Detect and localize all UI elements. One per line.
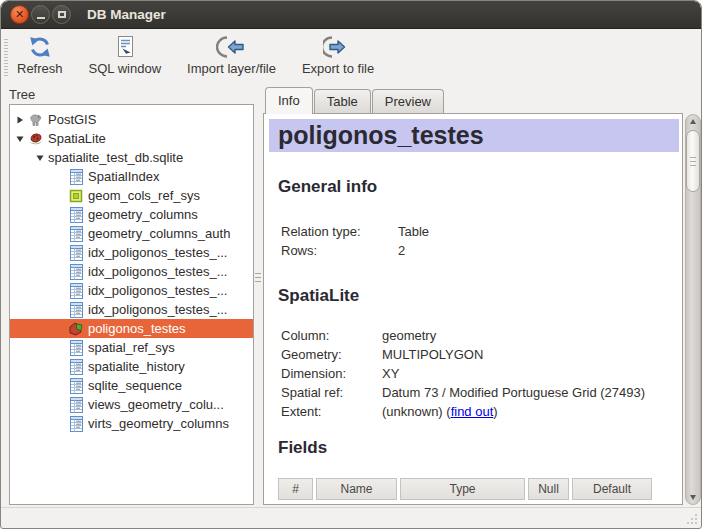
- tree-item-views-geometry-colu[interactable]: views_geometry_colu...: [10, 395, 253, 414]
- caret-right-icon[interactable]: [12, 116, 28, 124]
- info-row-label: Dimension:: [281, 364, 382, 383]
- info-row-label: Spatial ref:: [281, 383, 382, 402]
- sql-window-icon: [113, 34, 137, 60]
- tree-item-virts-geometry-columns[interactable]: virts_geometry_columns: [10, 414, 253, 433]
- fields-column-header: Default: [572, 478, 652, 500]
- info-row-value: 2: [398, 241, 405, 260]
- status-bar: [1, 507, 701, 528]
- info-row-label: Relation type:: [281, 222, 398, 241]
- fields-column-header: Null: [528, 478, 569, 500]
- caret-down-icon[interactable]: [32, 154, 48, 162]
- fields-table-header: #NameTypeNullDefault: [278, 478, 682, 500]
- resize-grip[interactable]: [685, 512, 698, 525]
- tree-item-spatialite-history[interactable]: spatialite_history: [10, 357, 253, 376]
- toolbar-drag-handle[interactable]: [4, 39, 8, 77]
- object-title: poligonos_testes: [269, 119, 679, 152]
- info-row-label: Extent:: [281, 402, 382, 421]
- info-row: Spatial ref:Datum 73 / Modified Portugue…: [281, 383, 682, 402]
- fields-column-header: #: [278, 478, 313, 500]
- info-row: Dimension:XY: [281, 364, 682, 383]
- tree-item-label: idx_poligonos_testes_...: [88, 283, 227, 298]
- table-icon: [68, 302, 84, 318]
- table-icon: [68, 416, 84, 432]
- window-title: DB Manager: [87, 7, 166, 22]
- find-out-link[interactable]: find out: [451, 404, 494, 419]
- info-row-value: MULTIPOLYGON: [382, 345, 483, 364]
- info-row: Geometry:MULTIPOLYGON: [281, 345, 682, 364]
- info-panel: Info Table Preview poligonos_testes Gene…: [263, 83, 701, 507]
- table-icon: [68, 378, 84, 394]
- info-frame: poligonos_testes General info Relation t…: [263, 113, 683, 505]
- info-row: Relation type:Table: [281, 222, 682, 241]
- tree-item-label: spatial_ref_sys: [88, 340, 175, 355]
- tab-info[interactable]: Info: [265, 87, 313, 114]
- tree-item-label: sqlite_sequence: [88, 378, 182, 393]
- tree-item-label: geometry_columns: [88, 207, 198, 222]
- tree-item-spatial-ref-sys[interactable]: spatial_ref_sys: [10, 338, 253, 357]
- postgis-icon: [28, 112, 44, 128]
- tree-item-idx-poligonos-testes[interactable]: idx_poligonos_testes_...: [10, 281, 253, 300]
- tree-item-poligonos-testes[interactable]: poligonos_testes: [10, 319, 253, 338]
- general-info-rows: Relation type:TableRows:2: [281, 222, 682, 260]
- minimize-button[interactable]: [31, 5, 50, 24]
- tab-bar: Info Table Preview: [265, 87, 701, 114]
- caret-down-icon[interactable]: [12, 135, 28, 143]
- polygon-icon: [68, 321, 84, 337]
- geometry-icon: [68, 188, 84, 204]
- refresh-label: Refresh: [17, 61, 63, 76]
- tab-preview[interactable]: Preview: [372, 89, 444, 114]
- maximize-button[interactable]: [52, 5, 71, 24]
- table-icon: [68, 169, 84, 185]
- info-row-label: Column:: [281, 326, 382, 345]
- general-info-heading: General info: [278, 178, 682, 196]
- tree-item-label: idx_poligonos_testes_...: [88, 245, 227, 260]
- fields-column-header: Type: [400, 478, 525, 500]
- tree-view[interactable]: PostGISSpatiaLitespatialite_test_db.sqli…: [9, 104, 254, 505]
- tree-item-idx-poligonos-testes[interactable]: idx_poligonos_testes_...: [10, 243, 253, 262]
- tree-dock: Tree PostGISSpatiaLitespatialite_test_db…: [9, 83, 254, 507]
- titlebar[interactable]: ✕ DB Manager: [1, 1, 701, 29]
- sql-window-button[interactable]: SQL window: [89, 34, 162, 76]
- import-layer-button[interactable]: Import layer/file: [187, 34, 276, 76]
- tree-item-spatialindex[interactable]: SpatialIndex: [10, 167, 253, 186]
- scroll-down-button[interactable]: [686, 491, 700, 504]
- tree-dock-title: Tree: [9, 87, 254, 104]
- tree-item-geom-cols-ref-sys[interactable]: geom_cols_ref_sys: [10, 186, 253, 205]
- scrollbar-grip-icon: [690, 157, 696, 166]
- sql-window-label: SQL window: [89, 61, 162, 76]
- tree-item-spatialite[interactable]: SpatiaLite: [10, 129, 253, 148]
- info-row-label: Rows:: [281, 241, 398, 260]
- info-row: Column:geometry: [281, 326, 682, 345]
- tree-item-idx-poligonos-testes[interactable]: idx_poligonos_testes_...: [10, 300, 253, 319]
- scrollbar-thumb[interactable]: [686, 130, 700, 192]
- tree-item-label: SpatiaLite: [48, 131, 106, 146]
- tree-item-label: geom_cols_ref_sys: [88, 188, 200, 203]
- info-row-value: Datum 73 / Modified Portuguese Grid (274…: [382, 383, 645, 402]
- tree-item-geometry-columns[interactable]: geometry_columns: [10, 205, 253, 224]
- tree-item-label: idx_poligonos_testes_...: [88, 264, 227, 279]
- table-icon: [68, 340, 84, 356]
- spatialite-heading: SpatiaLite: [278, 287, 682, 305]
- tab-table[interactable]: Table: [314, 89, 371, 114]
- tree-item-sqlite-sequence[interactable]: sqlite_sequence: [10, 376, 253, 395]
- tree-item-idx-poligonos-testes[interactable]: idx_poligonos_testes_...: [10, 262, 253, 281]
- splitter-grip-icon: [255, 273, 261, 283]
- tree-item-spatialite-test-db-sqlite[interactable]: spatialite_test_db.sqlite: [10, 148, 253, 167]
- tree-item-postgis[interactable]: PostGIS: [10, 110, 253, 129]
- main-area: Tree PostGISSpatiaLitespatialite_test_db…: [1, 83, 701, 507]
- fields-heading: Fields: [278, 439, 682, 457]
- info-row: Extent:(unknown) (find out): [281, 402, 682, 421]
- refresh-button[interactable]: Refresh: [17, 34, 63, 76]
- spatialite-icon: [28, 131, 44, 147]
- vertical-scrollbar[interactable]: [685, 114, 701, 505]
- export-file-button[interactable]: Export to file: [302, 34, 374, 76]
- tree-item-label: geometry_columns_auth: [88, 226, 230, 241]
- splitter-handle[interactable]: [254, 83, 263, 507]
- toolbar: Refresh SQL window Import: [1, 29, 701, 83]
- close-button[interactable]: ✕: [10, 5, 29, 24]
- scrollbar-track[interactable]: [686, 128, 700, 491]
- tree-item-geometry-columns-auth[interactable]: geometry_columns_auth: [10, 224, 253, 243]
- tree-item-label: PostGIS: [48, 112, 96, 127]
- export-file-label: Export to file: [302, 61, 374, 76]
- scroll-up-button[interactable]: [686, 115, 700, 128]
